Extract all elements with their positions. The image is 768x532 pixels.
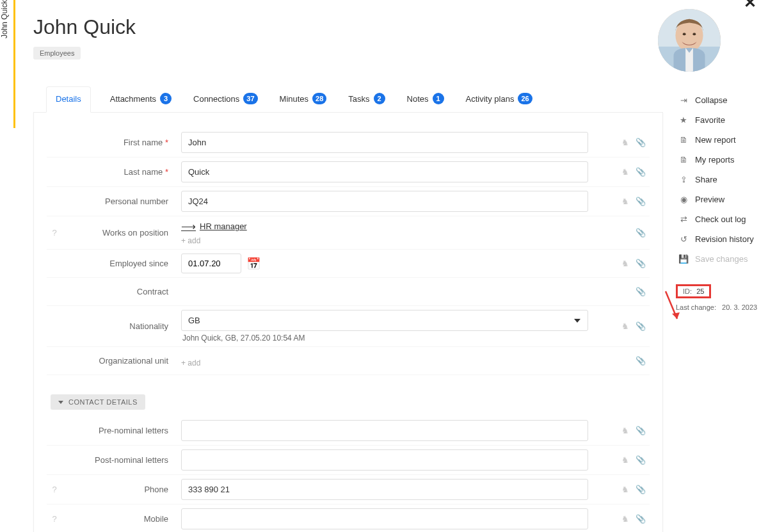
attachment-icon[interactable]: 📎 bbox=[636, 426, 646, 436]
employed-since-input[interactable] bbox=[181, 254, 241, 273]
tab-tasks[interactable]: Tasks2 bbox=[346, 86, 387, 112]
log-icon: ⇄ bbox=[678, 214, 689, 224]
attachment-icon[interactable]: 📎 bbox=[636, 321, 646, 332]
tab-badge: 1 bbox=[433, 93, 444, 104]
sidebar-label: Favorite bbox=[695, 115, 725, 125]
add-org-link[interactable]: + add bbox=[181, 359, 614, 367]
vertical-tab-label: John Quick bbox=[0, 0, 12, 54]
tab-details[interactable]: Details bbox=[46, 86, 91, 113]
section-contact-details[interactable]: CONTACT DETAILS bbox=[51, 394, 145, 410]
field-label: Personal number bbox=[62, 197, 181, 206]
row-mobile: ? Mobile ♞ 📎 bbox=[47, 504, 650, 532]
row-org-unit: Organizational unit + add 📎 bbox=[47, 347, 650, 375]
horse-icon[interactable]: ♞ bbox=[620, 321, 630, 332]
sidebar-label: Save changes bbox=[695, 254, 748, 264]
horse-icon[interactable]: ♞ bbox=[620, 426, 630, 436]
attachment-icon[interactable]: 📎 bbox=[636, 138, 646, 148]
sidebar-favorite[interactable]: ★Favorite bbox=[676, 110, 765, 130]
horse-icon[interactable]: ♞ bbox=[620, 514, 630, 524]
arrow-icon: ⟶ bbox=[181, 220, 196, 232]
row-position: ? Works on position ⟶HR manager + add 📎 bbox=[47, 216, 650, 250]
doc-add-icon: 🗎 bbox=[678, 135, 689, 145]
id-label: ID: bbox=[683, 287, 692, 295]
pre-nominal-input[interactable] bbox=[181, 420, 588, 441]
sidebar-new-report[interactable]: 🗎New report bbox=[676, 130, 765, 150]
nationality-select[interactable] bbox=[181, 310, 588, 331]
help-icon[interactable]: ? bbox=[47, 228, 62, 238]
horse-icon[interactable]: ♞ bbox=[620, 197, 630, 207]
sidebar-my-reports[interactable]: 🗎My reports bbox=[676, 150, 765, 170]
star-icon: ★ bbox=[678, 115, 689, 125]
row-first-name: First name * ♞ 📎 bbox=[47, 128, 650, 157]
save-icon: 💾 bbox=[678, 254, 689, 264]
tab-minutes[interactable]: Minutes28 bbox=[277, 86, 330, 112]
last-name-input[interactable] bbox=[181, 161, 588, 182]
category-tag[interactable]: Employees bbox=[33, 47, 81, 60]
chevron-down-icon bbox=[574, 319, 580, 323]
sidebar-share[interactable]: ⇪Share bbox=[676, 170, 765, 189]
sidebar-collapse[interactable]: ⇥Collapse bbox=[676, 90, 765, 110]
attachment-icon[interactable]: 📎 bbox=[636, 228, 646, 238]
tab-activity-plans[interactable]: Activity plans26 bbox=[463, 86, 535, 112]
post-nominal-input[interactable] bbox=[181, 449, 588, 471]
details-form: First name * ♞ 📎 Last name * ♞ 📎 bbox=[33, 113, 663, 532]
add-position-link[interactable]: + add bbox=[181, 236, 614, 245]
field-label: Works on position bbox=[62, 228, 181, 238]
sidebar-label: Preview bbox=[695, 195, 724, 204]
personal-number-input[interactable] bbox=[181, 191, 588, 212]
row-personal-number: Personal number ♞ 📎 bbox=[47, 187, 650, 216]
id-display: ID: 25 bbox=[676, 284, 711, 298]
field-label: Post-nominal letters bbox=[62, 455, 181, 465]
sidebar-revision-history[interactable]: ↺Revision history bbox=[676, 229, 765, 249]
horse-icon[interactable]: ♞ bbox=[620, 485, 630, 495]
history-icon: ↺ bbox=[678, 234, 689, 244]
phone-input[interactable] bbox=[181, 479, 588, 500]
id-value: 25 bbox=[696, 287, 704, 295]
sidebar-label: My reports bbox=[695, 155, 734, 165]
row-post-nominal: Post-nominal letters ♞ 📎 bbox=[47, 446, 650, 475]
horse-icon[interactable]: ♞ bbox=[620, 259, 630, 269]
first-name-input[interactable] bbox=[181, 132, 588, 153]
horse-icon[interactable]: ♞ bbox=[620, 167, 630, 177]
mobile-input[interactable] bbox=[181, 508, 588, 529]
attachment-icon[interactable]: 📎 bbox=[636, 259, 646, 269]
sidebar-preview[interactable]: ◉Preview bbox=[676, 189, 765, 209]
sidebar-label: Check out log bbox=[695, 214, 746, 224]
tabs-bar: Details Attachments3 Connections37 Minut… bbox=[33, 86, 663, 113]
horse-icon[interactable]: ♞ bbox=[620, 138, 630, 148]
attachment-icon[interactable]: 📎 bbox=[636, 287, 646, 297]
tab-connections[interactable]: Connections37 bbox=[191, 86, 260, 112]
position-link[interactable]: ⟶HR manager bbox=[181, 220, 614, 232]
horse-icon[interactable]: ♞ bbox=[620, 455, 630, 465]
sidebar-label: Share bbox=[695, 175, 717, 184]
collapse-icon: ⇥ bbox=[678, 95, 689, 105]
tab-badge: 28 bbox=[312, 93, 326, 104]
attachment-icon[interactable]: 📎 bbox=[636, 197, 646, 207]
row-last-name: Last name * ♞ 📎 bbox=[47, 157, 650, 187]
attachment-icon[interactable]: 📎 bbox=[636, 485, 646, 495]
share-icon: ⇪ bbox=[678, 175, 689, 184]
close-icon[interactable]: ✕ bbox=[744, 0, 756, 12]
chevron-down-icon bbox=[58, 401, 63, 404]
sidebar-save-changes: 💾Save changes bbox=[676, 249, 765, 269]
vertical-tab[interactable]: John Quick bbox=[0, 0, 15, 128]
row-employed-since: Employed since 📅 ♞ 📎 bbox=[47, 250, 650, 278]
row-nationality: Nationality John Quick, GB, 27.05.20 10:… bbox=[47, 306, 650, 347]
attachment-icon[interactable]: 📎 bbox=[636, 356, 646, 366]
calendar-icon[interactable]: 📅 bbox=[246, 257, 260, 271]
attachment-icon[interactable]: 📎 bbox=[636, 167, 646, 177]
sidebar-label: Revision history bbox=[695, 234, 754, 244]
tab-notes[interactable]: Notes1 bbox=[404, 86, 447, 112]
help-icon[interactable]: ? bbox=[47, 514, 62, 524]
sidebar-checkout-log[interactable]: ⇄Check out log bbox=[676, 209, 765, 229]
page-title: John Quick bbox=[33, 15, 768, 39]
field-label: Contract bbox=[62, 287, 181, 296]
field-label: First name * bbox=[62, 138, 181, 147]
tab-badge: 3 bbox=[160, 93, 172, 104]
tab-label: Minutes bbox=[280, 94, 309, 104]
attachment-icon[interactable]: 📎 bbox=[636, 514, 646, 524]
tab-attachments[interactable]: Attachments3 bbox=[108, 86, 174, 112]
help-icon[interactable]: ? bbox=[47, 485, 62, 494]
tab-label: Notes bbox=[407, 94, 429, 104]
attachment-icon[interactable]: 📎 bbox=[636, 455, 646, 465]
